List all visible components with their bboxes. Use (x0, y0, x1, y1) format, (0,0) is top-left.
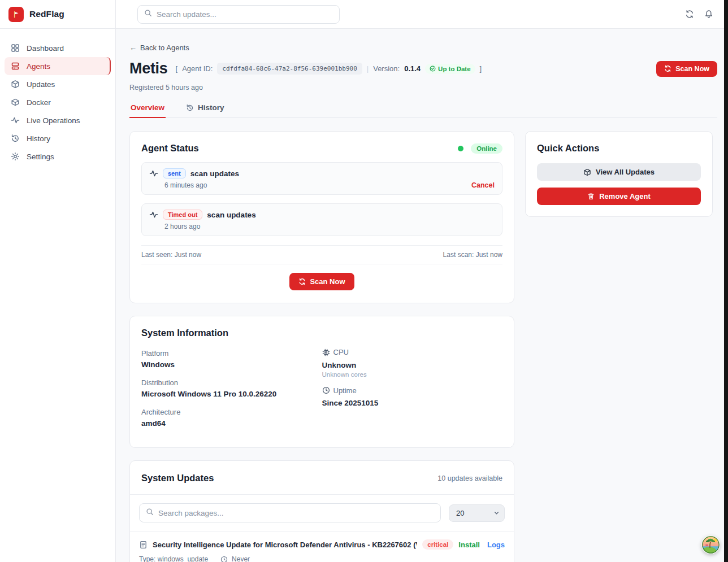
sidebar-item-docker[interactable]: Docker (5, 93, 111, 111)
up-to-date-badge: Up to Date (425, 64, 475, 74)
sidebar-item-label: Docker (27, 98, 51, 107)
sidebar-item-live-operations[interactable]: Live Operations (5, 111, 111, 129)
architecture-label: Architecture (141, 408, 180, 416)
update-row: Security Intelligence Update for Microso… (130, 531, 514, 562)
cpu-field: CPU Unknown Unknown cores (322, 348, 503, 378)
right-edge-scrollbar[interactable] (724, 0, 728, 562)
activity-line: sent scan updates (149, 168, 495, 178)
remove-agent-button[interactable]: Remove Agent (537, 188, 701, 205)
notifications-bell-icon[interactable] (704, 10, 713, 19)
system-updates-title: System Updates (141, 473, 214, 483)
status-chip-timed-out: Timed out (163, 210, 202, 220)
sidebar-item-label: Live Operations (27, 116, 80, 125)
uptime-label: Uptime (333, 386, 357, 395)
island-extension-badge[interactable] (701, 535, 720, 554)
update-last-run: Never (232, 555, 250, 562)
page-size-select[interactable]: 20 (449, 504, 505, 522)
package-search[interactable] (139, 503, 441, 522)
scan-now-button-header[interactable]: Scan Now (656, 61, 717, 77)
package-icon (583, 168, 591, 176)
page-title: Metis (129, 60, 168, 77)
scan-area: Scan Now (141, 264, 502, 291)
updates-toolbar: 20 (130, 494, 514, 531)
view-all-updates-button[interactable]: View All Updates (537, 163, 701, 181)
check-circle-icon (430, 66, 436, 72)
sidebar-item-agents[interactable]: Agents (5, 57, 111, 75)
system-info-grid: Platform Windows Distribution Microsoft … (141, 348, 502, 436)
main-area: ← Back to Agents Metis [ Agent ID: cdfdf… (116, 0, 728, 562)
activity-action: scan updates (207, 211, 255, 219)
online-dot-icon (458, 146, 463, 151)
brand-header: RedFlag (0, 0, 115, 29)
quick-actions-title: Quick Actions (537, 143, 701, 154)
sidebar-item-label: History (27, 134, 50, 143)
online-status: Online (458, 143, 502, 154)
page-size-select-wrap: 20 (449, 504, 505, 522)
scan-now-button-card[interactable]: Scan Now (289, 273, 354, 290)
distribution-value: Microsoft Windows 11 Pro 10.0.26220 (141, 390, 322, 398)
activity-pulse-icon (149, 210, 158, 219)
clock-icon (322, 386, 330, 394)
right-column: Quick Actions View All Updates (525, 131, 713, 217)
last-scan-text: Last scan: Just now (443, 251, 502, 259)
sidebar-item-settings[interactable]: Settings (5, 147, 111, 165)
history-clock-icon (186, 104, 194, 112)
agents-server-icon (11, 62, 20, 71)
view-all-updates-label: View All Updates (596, 168, 655, 176)
system-updates-card: System Updates 10 updates available (129, 460, 514, 562)
sidebar-item-history[interactable]: History (5, 129, 111, 147)
topbar (116, 0, 728, 29)
activity-action: scan updates (190, 169, 239, 178)
tab-overview[interactable]: Overview (129, 103, 166, 117)
tab-history[interactable]: History (185, 103, 226, 117)
logs-link[interactable]: Logs (487, 541, 505, 549)
system-info-left: Platform Windows Distribution Microsoft … (141, 348, 322, 436)
global-search[interactable] (137, 5, 340, 24)
architecture-field: Architecture amd64 (141, 407, 322, 428)
sidebar-item-label: Dashboard (27, 44, 64, 53)
activity-time: 2 hours ago (164, 223, 200, 230)
version-label: Version: (373, 64, 400, 73)
cpu-value: Unknown (322, 361, 503, 369)
brand-name: RedFlag (29, 9, 64, 19)
package-doc-icon (139, 541, 148, 549)
global-search-input[interactable] (157, 10, 333, 19)
content-grid: Agent Status Online (129, 131, 717, 562)
severity-badge: critical (422, 539, 453, 550)
sidebar-item-dashboard[interactable]: Dashboard (5, 39, 111, 57)
registered-text: Registered 5 hours ago (129, 84, 717, 92)
sidebar: RedFlag Dashboard (0, 0, 116, 562)
back-to-agents-link[interactable]: ← Back to Agents (129, 43, 189, 52)
status-footer: Last seen: Just now Last scan: Just now (141, 245, 502, 264)
install-link[interactable]: Install (458, 541, 480, 549)
activity-meta: 2 hours ago (149, 223, 495, 230)
activity-meta: 6 minutes ago Cancel (149, 181, 495, 189)
uptime-label-row: Uptime (322, 386, 357, 395)
sidebar-item-label: Agents (27, 62, 50, 71)
platform-value: Windows (141, 360, 322, 369)
activity-pulse-icon (11, 116, 20, 125)
cpu-cores: Unknown cores (322, 371, 503, 378)
agent-meta: [ Agent ID: cdfdfa84-68c6-47a2-8f56-639e… (176, 63, 482, 75)
tab-overview-label: Overview (131, 103, 164, 112)
last-seen-text: Last seen: Just now (141, 251, 201, 259)
cancel-link[interactable]: Cancel (471, 181, 495, 189)
quick-actions-card: Quick Actions View All Updates (525, 131, 713, 217)
package-search-input[interactable] (158, 509, 434, 517)
topbar-icons (685, 10, 713, 19)
platform-label: Platform (141, 349, 168, 358)
scan-now-label: Scan Now (675, 65, 709, 73)
back-link-label: Back to Agents (140, 43, 189, 52)
status-chip-sent: sent (163, 168, 186, 178)
sidebar-item-updates[interactable]: Updates (5, 75, 111, 93)
app-window: RedFlag Dashboard (0, 0, 728, 562)
activity-pulse-icon (149, 169, 158, 178)
agent-id-label: Agent ID: (182, 64, 213, 73)
update-title-row: Security Intelligence Update for Microso… (139, 539, 505, 550)
system-info-title: System Information (141, 328, 502, 338)
updates-available-count: 10 updates available (437, 474, 502, 482)
refresh-icon[interactable] (685, 10, 694, 19)
agent-id-value: cdfdfa84-68c6-47a2-8f56-639e001bb900 (217, 63, 362, 75)
system-info-right: CPU Unknown Unknown cores (322, 348, 503, 436)
left-column: Agent Status Online (129, 131, 514, 562)
